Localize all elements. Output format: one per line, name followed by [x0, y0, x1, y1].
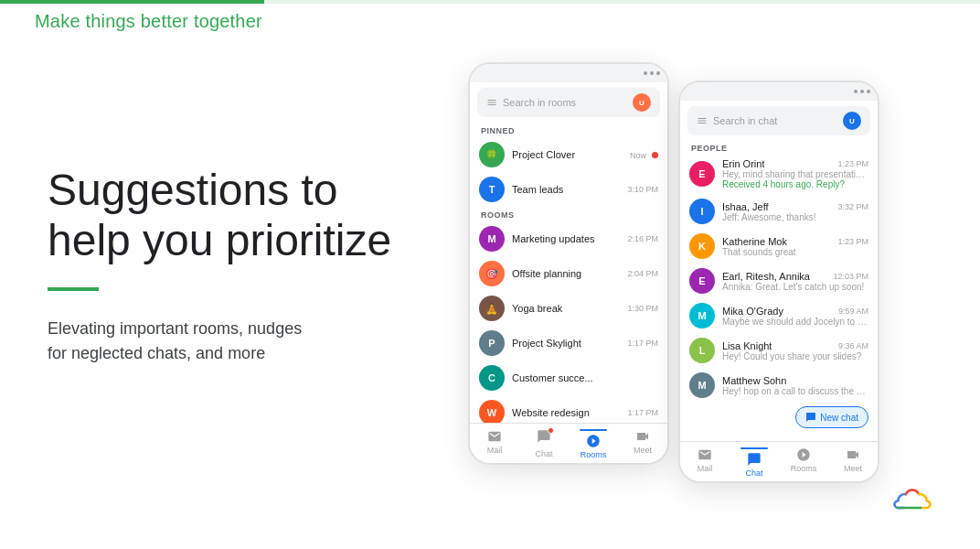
chat-item-ishaa[interactable]: I Ishaa, Jeff 3:32 PM Jeff: Awesome, tha…	[680, 194, 878, 229]
avatar-team-leads: T	[479, 177, 505, 202]
nav-item-rooms-2[interactable]: Rooms	[779, 447, 828, 478]
heading-line2: help you prioritize	[48, 216, 391, 264]
nav-item-chat-1[interactable]: Chat	[519, 429, 569, 459]
avatar-website: W	[479, 400, 505, 423]
chat-item-offsite[interactable]: 🎯 Offsite planning 2:04 PM	[470, 256, 667, 291]
chat-item-matthew[interactable]: M Matthew Sohn Hey! hop on a call to dis…	[680, 368, 878, 403]
phone2-fab-container: New chat	[680, 403, 878, 432]
notch-dot5	[860, 90, 864, 93]
avatar-mika: M	[689, 303, 715, 328]
chat-icon-active	[747, 452, 762, 467]
sub-line2: for neglected chats, and more	[48, 344, 265, 362]
notch-dot3	[656, 71, 660, 75]
heading-line1: Suggestions to	[48, 166, 338, 214]
chat-item-customer[interactable]: C Customer succe...	[470, 361, 667, 395]
nav-item-chat-2[interactable]: Chat	[730, 447, 779, 478]
chat-info-project-clover: Project Clover Now	[512, 149, 658, 160]
chat-time-project-clover: Now	[630, 150, 646, 160]
chat-info-offsite: Offsite planning 2:04 PM	[512, 268, 658, 279]
phone1-list: PINNED 🍀 Project Clover Now	[470, 123, 667, 423]
chat-info-katherine: Katherine Mok 1:23 PM That sounds great	[722, 236, 868, 257]
phone-rooms: Search in rooms U PINNED 🍀 Project Clove…	[468, 62, 669, 465]
chat-info-ishaa: Ishaa, Jeff 3:32 PM Jeff: Awesome, thank…	[722, 201, 868, 222]
chat-item-mika[interactable]: M Mika O'Grady 9:59 AM Maybe we should a…	[680, 298, 878, 333]
nav-chat-label-1: Chat	[535, 449, 552, 458]
nav-rooms-label-1: Rooms	[581, 450, 607, 459]
green-accent	[0, 0, 263, 4]
chat-time-erin: 1:23 PM	[837, 158, 868, 168]
chat-item-marketing[interactable]: M Marketing updates 2:16 PM	[470, 221, 667, 256]
chat-name-ishaa: Ishaa, Jeff	[722, 201, 769, 212]
chat-preview-lisa: Hey! Could you share your slides?	[722, 351, 868, 361]
sub-line1: Elevating important rooms, nudges	[48, 319, 302, 338]
chat-item-team-leads[interactable]: T Team leads 3:10 PM	[470, 172, 667, 207]
chat-info-mika: Mika O'Grady 9:59 AM Maybe we should add…	[722, 306, 868, 327]
chat-name-marketing: Marketing updates	[512, 233, 595, 244]
rooms-active-indicator	[580, 429, 607, 431]
chat-badge-1	[537, 429, 551, 447]
phone2-user-avatar: U	[843, 112, 861, 130]
phone2-search-bar[interactable]: Search in chat U	[687, 106, 870, 135]
divider	[48, 287, 99, 291]
chat-info-website: Website redesign 1:17 PM	[512, 407, 658, 418]
hamburger-icon	[486, 97, 497, 108]
chat-info-marketing: Marketing updates 2:16 PM	[512, 233, 658, 244]
chat-info-customer: Customer succe...	[512, 372, 658, 383]
avatar-earl: E	[689, 268, 715, 294]
chat-preview-katherine: That sounds great	[722, 247, 868, 257]
chat-preview-mika: Maybe we should add Jocelyn to the ro...	[722, 317, 868, 327]
chat-item-project-clover[interactable]: 🍀 Project Clover Now	[470, 137, 667, 172]
sub-text: Elevating important rooms, nudges for ne…	[48, 317, 413, 366]
nav-item-meet-2[interactable]: Meet	[828, 447, 878, 478]
people-label: PEOPLE	[680, 141, 878, 154]
notch-dot4	[854, 90, 858, 93]
chat-name-skylight: Project Skylight	[512, 338, 581, 349]
chat-item-lisa[interactable]: L Lisa Knight 9:36 AM Hey! Could you sha…	[680, 333, 878, 368]
chat-info-matthew: Matthew Sohn Hey! hop on a call to discu…	[722, 375, 868, 396]
nav-rooms-label-2: Rooms	[791, 464, 817, 473]
chat-name-project-clover: Project Clover	[512, 149, 575, 160]
pinned-label: PINNED	[470, 123, 667, 137]
nav-item-meet-1[interactable]: Meet	[618, 429, 667, 459]
chat-name-yoga: Yoga break	[512, 303, 562, 314]
new-chat-fab[interactable]: New chat	[795, 406, 868, 428]
nav-item-rooms-1[interactable]: Rooms	[569, 429, 618, 459]
phone2-screen: Search in chat U PEOPLE E Erin Orint 1:2…	[680, 82, 878, 481]
phone1-bottom-nav: Mail Chat Rooms Meet	[470, 423, 667, 463]
chat-time-katherine: 1:23 PM	[837, 236, 868, 246]
meet-icon-2	[846, 447, 860, 462]
chat-time-mika: 9:59 AM	[838, 306, 868, 316]
nav-mail-label-2: Mail	[698, 464, 713, 473]
chat-name-erin: Erin Orint	[722, 158, 764, 169]
rooms-icon-2	[796, 447, 811, 462]
chat-preview-earl: Annika: Great. Let's catch up soon!	[722, 282, 868, 292]
chat-item-website[interactable]: W Website redesign 1:17 PM	[470, 395, 667, 423]
phone1-screen: Search in rooms U PINNED 🍀 Project Clove…	[470, 64, 667, 463]
chat-item-erin[interactable]: E Erin Orint 1:23 PM Hey, mind sharing t…	[680, 154, 878, 194]
chat-time-earl: 12:03 PM	[833, 271, 868, 281]
chat-name-matthew: Matthew Sohn	[722, 375, 786, 386]
nav-meet-label-2: Meet	[844, 464, 862, 473]
avatar-lisa: L	[689, 338, 715, 363]
nav-item-mail-1[interactable]: Mail	[470, 429, 519, 459]
phone2-list: PEOPLE E Erin Orint 1:23 PM Hey, mind sh…	[680, 141, 878, 441]
chat-badge-dot	[548, 427, 554, 434]
chat-time-ishaa: 3:32 PM	[837, 201, 868, 211]
nav-item-mail-2[interactable]: Mail	[680, 447, 730, 478]
chat-time-skylight: 1:17 PM	[627, 338, 658, 348]
unread-dot-project-clover	[652, 152, 658, 158]
chat-item-yoga[interactable]: 🧘 Yoga break 1:30 PM	[470, 291, 667, 326]
chat-preview-matthew: Hey! hop on a call to discuss the green.…	[722, 386, 868, 396]
chat-item-katherine[interactable]: K Katherine Mok 1:23 PM That sounds grea…	[680, 229, 878, 264]
rooms-label: ROOMS	[470, 207, 667, 221]
nav-meet-label-1: Meet	[634, 446, 652, 455]
chat-active-indicator	[740, 447, 768, 449]
phones-container: Search in rooms U PINNED 🍀 Project Clove…	[450, 44, 925, 520]
phone1-search-bar[interactable]: Search in rooms U	[477, 88, 660, 117]
avatar-marketing: M	[479, 226, 505, 252]
google-cloud-logo	[889, 474, 936, 522]
chat-item-earl[interactable]: E Earl, Ritesh, Annika 12:03 PM Annika: …	[680, 264, 878, 298]
chat-item-skylight[interactable]: P Project Skylight 1:17 PM	[470, 326, 667, 361]
chat-nudge-erin: Received 4 hours ago. Reply?	[722, 179, 868, 189]
rooms-icon-active	[586, 434, 601, 448]
